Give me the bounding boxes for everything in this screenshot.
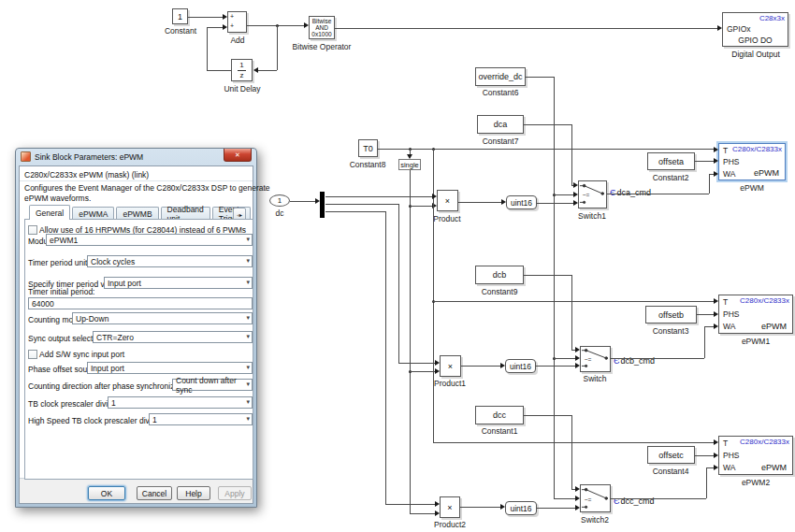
constant-offseta[interactable]: offseta (647, 152, 695, 170)
wire (537, 203, 573, 204)
arrowhead (714, 171, 718, 177)
phase-offset-select[interactable]: Input port▾ (87, 362, 253, 374)
port-t-label: T (723, 146, 728, 155)
constant-block[interactable]: 1 (172, 8, 188, 24)
chip-tag: C280x/C2833x (732, 145, 782, 153)
close-icon: ✕ (235, 151, 240, 159)
arrowhead (573, 200, 578, 206)
digital-output-label: Digital Output (731, 50, 780, 59)
initial-period-input[interactable]: 64000 (28, 297, 253, 309)
arrowhead (315, 198, 320, 204)
chip-tag: C280x/C2833x (740, 296, 789, 305)
product-block[interactable]: × (437, 190, 458, 211)
arrowhead (714, 311, 718, 317)
constant-dcb[interactable]: dcb (475, 266, 524, 284)
switch-label: Switch (583, 374, 606, 383)
wire (697, 314, 714, 315)
hs-tb-prescaler-label: High Speed TB clock prescaler divider: (28, 416, 165, 425)
sw-sync-checkbox[interactable] (28, 350, 37, 359)
switch1-block[interactable]: ~= (578, 180, 607, 208)
tab-epwma[interactable]: ePWMA (72, 207, 114, 220)
wire (335, 28, 717, 29)
constant1-label: Constant1 (482, 426, 518, 436)
inport-dc[interactable]: 1 (269, 194, 290, 207)
constant-offsetc[interactable]: offsetc (647, 446, 695, 464)
switch2-block[interactable]: ~= (580, 484, 611, 512)
hrpwm-checkbox[interactable] (28, 225, 37, 235)
constant-offsetb[interactable]: offsetb (645, 306, 697, 324)
constant8-label: Constant8 (350, 160, 386, 169)
specify-period-select[interactable]: Input port▾ (104, 277, 253, 289)
dialog-titlebar[interactable]: Sink Block Parameters: ePWM (16, 149, 256, 165)
constant4-label: Constant4 (653, 467, 689, 476)
uint16-conversion[interactable]: uint16 (506, 195, 537, 209)
module-select[interactable]: ePWM1▾ (46, 234, 253, 246)
wire (611, 498, 706, 499)
constant-dca[interactable]: dca (477, 115, 524, 134)
chip-tag: C28x3x (759, 14, 785, 22)
product1-label: Product1 (434, 379, 466, 388)
bitwise-operator-block[interactable]: BitwiseAND0x1000 (309, 16, 335, 39)
port-wa-label: WA (723, 463, 735, 472)
arrowhead (575, 496, 580, 501)
unit-delay-block[interactable]: 1z (231, 59, 253, 81)
arrowhead (714, 465, 718, 470)
tab-epwmb[interactable]: ePWMB (116, 207, 158, 220)
hs-tb-prescaler-select[interactable]: 1▾ (149, 413, 253, 425)
switch-block[interactable]: ~= (580, 346, 611, 372)
arrowhead (714, 439, 718, 445)
arrowhead (575, 363, 580, 368)
mask-name: C280x/C2833x ePWM (mask) (link) (24, 170, 149, 180)
initial-period-label: Timer initial period: (28, 287, 95, 296)
product2-label: Product2 (434, 520, 466, 529)
uint16-conversion[interactable]: uint16 (505, 501, 537, 515)
single-datatype-tag[interactable]: single (398, 159, 421, 170)
counting-direction-select[interactable]: Count down after sync▾ (172, 379, 253, 391)
port-wa-label: WA (723, 322, 735, 331)
epwm2-block[interactable]: C280x/C2833x T PHS WA ePWM (718, 436, 793, 475)
wire (607, 194, 709, 194)
wire (325, 204, 398, 205)
tab-deadband-unit[interactable]: Deadband unit (161, 207, 210, 220)
arrowhead (717, 25, 722, 31)
epwm-block[interactable]: C280x/C2833x T PHS WA ePWM (718, 143, 786, 180)
sync-output-select[interactable]: CTR=Zero▾ (93, 331, 253, 343)
dialog-title: Sink Block Parameters: ePWM (35, 152, 143, 162)
digital-output-block[interactable]: C28x3x GPIOx GPIO DO (722, 12, 788, 47)
bitwise-label: Bitwise Operator (293, 42, 352, 51)
product1-block[interactable]: × (440, 355, 461, 377)
arrowhead (432, 194, 437, 199)
arrowhead (573, 192, 578, 197)
uint16-conversion[interactable]: uint16 (505, 359, 536, 373)
wire (460, 507, 500, 508)
arrowhead (407, 154, 412, 159)
wire (706, 467, 707, 498)
help-button[interactable]: Help (177, 486, 210, 500)
cancel-button[interactable]: Cancel (137, 486, 172, 500)
tb-prescaler-select[interactable]: 1▾ (108, 396, 253, 409)
counting-mode-select[interactable]: Up-Down▾ (72, 312, 253, 324)
sink-block-parameters-dialog: Sink Block Parameters: ePWM ✕ C280x/C283… (15, 148, 257, 508)
demux-block[interactable] (320, 192, 325, 218)
goto-tag-dca-cmd[interactable]: Єdca_cmd (610, 188, 651, 197)
tab-general[interactable]: General (29, 205, 70, 220)
chip-tag: C280x/C2833x (740, 438, 789, 446)
dialog-button-bar: OK Cancel Help Apply (20, 478, 253, 503)
dialog-description: ePWM waveforms. (24, 194, 91, 203)
close-button[interactable]: ✕ (224, 149, 252, 162)
apply-button[interactable]: Apply (218, 486, 252, 500)
constant2-label: Constant2 (653, 173, 689, 182)
add-block[interactable]: + + (227, 11, 247, 33)
constant-t0[interactable]: T0 (358, 139, 378, 157)
wire (433, 442, 714, 443)
constant-dcc[interactable]: dcc (475, 406, 524, 424)
sw-sync-checkbox-label: Add S/W sync input port (39, 350, 124, 359)
ok-button[interactable]: OK (88, 486, 125, 500)
arrowhead (575, 355, 580, 361)
switch1-label: Switch1 (578, 211, 606, 221)
timer-units-select[interactable]: Clock cycles▾ (87, 255, 253, 267)
constant-override-dc[interactable]: override_dc (475, 67, 526, 86)
dialog-description: Configures the Event Manager of the C280… (24, 183, 270, 193)
epwm1-block[interactable]: C280x/C2833x T PHS WA ePWM (718, 295, 793, 334)
product2-block[interactable]: × (440, 496, 460, 518)
